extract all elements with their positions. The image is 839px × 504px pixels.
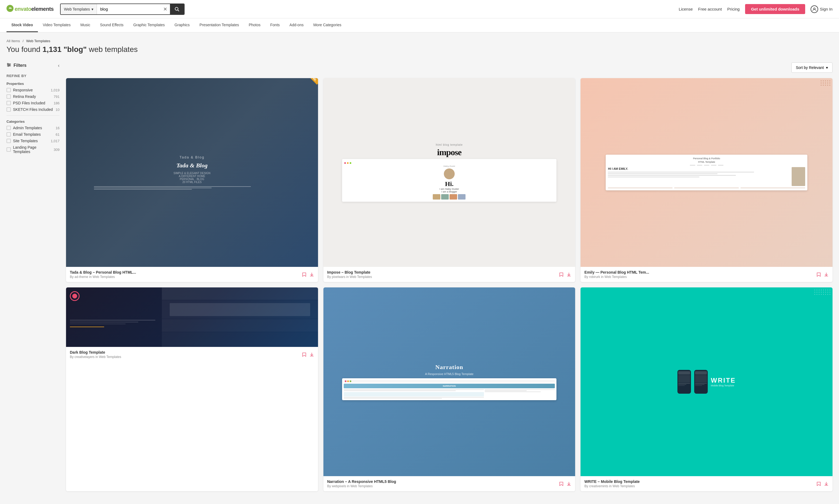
logo[interactable]: envatoelements <box>6 5 54 14</box>
subnav-item-fonts[interactable]: Fonts <box>266 18 285 32</box>
download-button-6[interactable] <box>824 481 829 486</box>
download-button-1[interactable] <box>309 272 314 277</box>
filter-landing-label: Landing Page Templates <box>13 145 51 154</box>
filter-landing-count: 309 <box>54 148 59 152</box>
card-thumb-4[interactable] <box>66 287 318 347</box>
main-layout: Filters ‹ Refine by Properties Responsiv… <box>0 58 839 498</box>
subnav-item-stock-video[interactable]: Stock Video <box>6 18 38 32</box>
bookmark-button-1[interactable] <box>302 272 307 277</box>
filter-sketch-checkbox[interactable] <box>6 107 11 112</box>
breadcrumb: All Items / Web Templates <box>6 39 833 43</box>
filter-sketch-count: 10 <box>56 108 59 112</box>
card-thumb-3[interactable]: Personal Blog & PortfolioHTML Template H… <box>581 78 833 267</box>
bookmark-button-2[interactable] <box>559 272 564 277</box>
subnav: Stock Video Video Templates Music Sound … <box>0 18 839 33</box>
page-title-suffix: web templates <box>87 45 137 54</box>
card-actions-3 <box>816 272 829 277</box>
card-info-5: Narration – A Responsive HTML5 Blog By w… <box>323 476 576 491</box>
card-thumb-5[interactable]: Narration A Responsive HTML5 Blog Templa… <box>323 287 576 476</box>
logo-text: envatoelements <box>15 6 54 12</box>
filter-landing-page-templates[interactable]: Landing Page Templates 309 <box>6 145 59 154</box>
search-clear-button[interactable]: ✕ <box>160 6 170 12</box>
filter-retina-count: 791 <box>54 95 59 99</box>
search-submit-button[interactable] <box>170 4 184 14</box>
bookmark-button-3[interactable] <box>816 272 821 277</box>
card-title-3: Emily — Personal Blog HTML Tem... <box>584 270 816 274</box>
filter-admin-templates[interactable]: Admin Templates 16 <box>6 126 59 130</box>
card-thumb-1[interactable]: Tada & Blog Tada & Blog SIMPLE & ELEGANT… <box>66 78 318 267</box>
cta-button[interactable]: Get unlimited downloads <box>745 4 805 14</box>
card-write: WRITE Mobile Blog Template WRITE – Mobil… <box>581 287 833 491</box>
sort-button[interactable]: Sort by Relevant ▾ <box>791 62 833 73</box>
subnav-item-presentation-templates[interactable]: Presentation Templates <box>194 18 244 32</box>
filter-retina-checkbox[interactable] <box>6 94 11 99</box>
filter-site-checkbox[interactable] <box>6 139 11 143</box>
subnav-item-sound-effects[interactable]: Sound Effects <box>95 18 128 32</box>
sign-in-label: Sign In <box>820 7 833 11</box>
subnav-item-graphics[interactable]: Graphics <box>170 18 194 32</box>
card-actions-6 <box>816 481 829 486</box>
card-author-5: By webpixels in Web Templates <box>327 484 559 488</box>
filter-email-checkbox[interactable] <box>6 132 11 137</box>
card-meta-5: Narration – A Responsive HTML5 Blog By w… <box>327 480 559 488</box>
filter-responsive-label: Responsive <box>13 88 49 92</box>
card-dark-blog: Dark Blog Template By creativelayers in … <box>66 287 318 491</box>
free-account-link[interactable]: Free account <box>698 7 722 11</box>
page-title: You found 1,131 "blog" web templates <box>6 45 833 54</box>
subnav-item-video-templates[interactable]: Video Templates <box>38 18 75 32</box>
subnav-item-more-categories[interactable]: More Categories <box>309 18 346 32</box>
download-button-3[interactable] <box>824 272 829 277</box>
pricing-link[interactable]: Pricing <box>727 7 740 11</box>
bookmark-button-6[interactable] <box>816 481 821 486</box>
subnav-item-music[interactable]: Music <box>75 18 95 32</box>
content-area: Sort by Relevant ▾ Tada & Blog Tada & Bl… <box>66 58 833 491</box>
sign-in-button[interactable]: Sign In <box>810 5 833 13</box>
card-actions-5 <box>559 481 571 486</box>
download-button-2[interactable] <box>566 272 571 277</box>
subnav-item-graphic-templates[interactable]: Graphic Templates <box>128 18 169 32</box>
filter-site-count: 1,017 <box>51 139 59 143</box>
subnav-item-addons[interactable]: Add-ons <box>285 18 309 32</box>
refine-by-label: Refine by <box>6 74 59 78</box>
download-button-5[interactable] <box>566 481 571 486</box>
filter-retina-label: Retina Ready <box>13 94 51 99</box>
filter-admin-checkbox[interactable] <box>6 126 11 130</box>
card-title-4: Dark Blog Template <box>70 350 302 355</box>
subnav-item-photos[interactable]: Photos <box>244 18 266 32</box>
filter-responsive[interactable]: Responsive 1,019 <box>6 88 59 92</box>
card-info-4: Dark Blog Template By creativelayers in … <box>66 347 318 362</box>
sidebar-collapse-button[interactable]: ‹ <box>58 63 59 68</box>
breadcrumb-all-items[interactable]: All Items <box>6 39 20 43</box>
filter-psd-checkbox[interactable] <box>6 101 11 105</box>
breadcrumb-current: Web Templates <box>26 39 50 43</box>
search-category-dropdown[interactable]: Web Templates ▾ <box>61 4 97 14</box>
card-author-6: By creativemints in Web Templates <box>584 484 816 488</box>
filter-landing-checkbox[interactable] <box>6 147 11 152</box>
filter-email-templates[interactable]: Email Templates 61 <box>6 132 59 137</box>
card-info-6: WRITE – Mobile Blog Template By creative… <box>581 476 833 491</box>
filter-email-count: 61 <box>56 132 59 137</box>
bookmark-button-4[interactable] <box>302 352 307 357</box>
card-meta-2: Impose – Blog Template By pixelwars in W… <box>327 270 559 279</box>
card-title-2: Impose – Blog Template <box>327 270 559 274</box>
filter-responsive-checkbox[interactable] <box>6 88 11 92</box>
search-input[interactable] <box>97 4 160 14</box>
envato-logo-icon <box>6 5 14 14</box>
card-author-1: By ad-theme in Web Templates <box>70 275 302 279</box>
download-button-4[interactable] <box>309 352 314 357</box>
filter-retina-ready[interactable]: Retina Ready 791 <box>6 94 59 99</box>
filter-site-templates[interactable]: Site Templates 1,017 <box>6 139 59 143</box>
license-link[interactable]: License <box>679 7 693 11</box>
card-info-1: Tada & Blog – Personal Blog HTML... By a… <box>66 267 318 282</box>
card-thumb-6[interactable]: WRITE Mobile Blog Template <box>581 287 833 476</box>
card-narration: Narration A Responsive HTML5 Blog Templa… <box>323 287 576 491</box>
properties-section-title: Properties <box>6 82 59 86</box>
filter-sketch-files[interactable]: SKETCH Files Included 10 <box>6 107 59 112</box>
page-title-prefix: You found <box>6 45 42 54</box>
svg-point-3 <box>814 8 815 10</box>
filter-psd-files[interactable]: PSD Files Included 186 <box>6 101 59 105</box>
card-meta-4: Dark Blog Template By creativelayers in … <box>70 350 302 359</box>
bookmark-button-5[interactable] <box>559 481 564 486</box>
card-thumb-2[interactable]: html blog template impose Haley Duste Hi… <box>323 78 576 267</box>
content-toolbar: Sort by Relevant ▾ <box>66 62 833 73</box>
